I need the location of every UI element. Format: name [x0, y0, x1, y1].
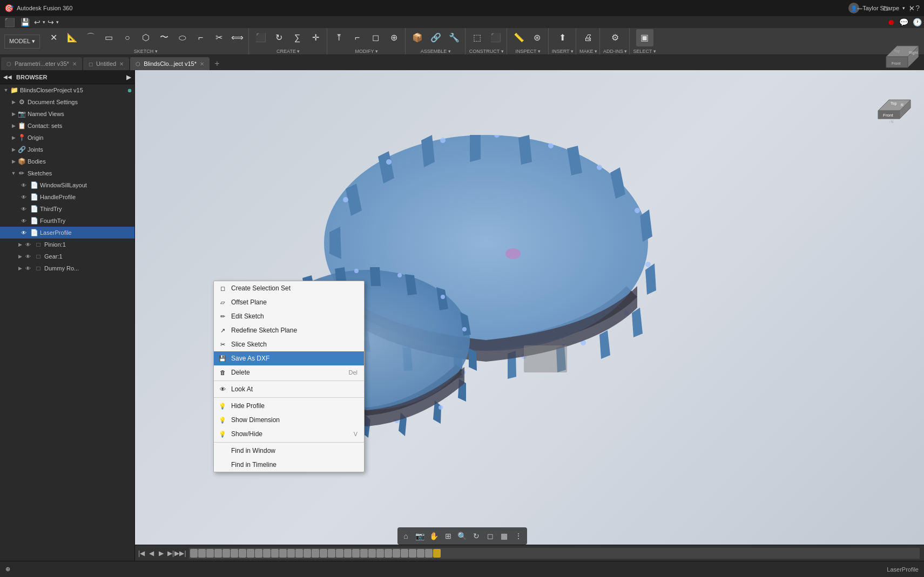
redo-dropdown[interactable]: ▾	[56, 19, 59, 25]
timeline-block-7[interactable]	[239, 549, 246, 558]
zoom-tool[interactable]: 🔍	[456, 530, 469, 542]
timeline-block-23[interactable]	[368, 549, 376, 558]
ctx-find-in-timeline[interactable]: Find in Timeline	[214, 458, 364, 472]
timeline-block-6[interactable]	[231, 549, 238, 558]
timeline-play-btn[interactable]: ▶	[157, 549, 165, 558]
undo-button[interactable]: ↩	[33, 18, 42, 26]
ellipse-tool[interactable]: ⬭	[174, 29, 191, 46]
select-tool[interactable]: ▣	[636, 29, 653, 46]
home-view-button[interactable]: ⌂	[400, 530, 413, 542]
timeline-block-5[interactable]	[222, 549, 230, 558]
timeline-block-13[interactable]	[287, 549, 295, 558]
timeline-block-3[interactable]	[206, 549, 214, 558]
timeline-block-12[interactable]	[279, 549, 287, 558]
maximize-button[interactable]: □	[873, 0, 898, 16]
fillet-tool[interactable]: ⌐	[192, 29, 210, 46]
tree-root[interactable]: ▼ 📁 BlindsCloserProject v15 ⏺	[0, 84, 134, 96]
offset-plane-tool[interactable]: ⬚	[469, 29, 486, 46]
orbit-tool[interactable]: ↻	[470, 530, 483, 542]
press-pull-tool[interactable]: ⤒	[331, 29, 348, 46]
arc-tool[interactable]: ⌒	[82, 29, 99, 46]
undo-dropdown[interactable]: ▾	[43, 19, 45, 25]
trim-tool[interactable]: ✂	[211, 29, 228, 46]
as-built-tool[interactable]: 🔧	[446, 29, 463, 46]
ctx-edit-sketch[interactable]: ✏ Edit Sketch	[214, 309, 364, 323]
timeline-block-14[interactable]	[295, 549, 303, 558]
app-menu-icon[interactable]: ⬛	[2, 17, 17, 28]
timeline-block-20[interactable]	[344, 549, 352, 558]
rectangle-tool[interactable]: ▭	[100, 29, 118, 46]
ctx-delete[interactable]: 🗑 Delete Del	[214, 365, 364, 379]
tree-item-bodies[interactable]: ▶ 📦 Bodies	[0, 155, 134, 167]
tab-close-parametri[interactable]: ✕	[72, 61, 77, 67]
tree-item-windowsill[interactable]: 👁 📄 WindowSillLayout	[0, 179, 134, 191]
view-options-button[interactable]: ⋮	[512, 530, 525, 542]
minimize-button[interactable]: ─	[847, 0, 872, 16]
timeline-block-11[interactable]	[271, 549, 279, 558]
midplane-tool[interactable]: ⬛	[487, 29, 504, 46]
timeline-block-29[interactable]	[417, 549, 424, 558]
ctx-save-as-dxf[interactable]: 💾 Save As DXF	[214, 351, 364, 365]
zoom-fit-button[interactable]: ⊞	[442, 530, 455, 542]
tree-item-fourthtry[interactable]: 👁 📄 FourthTry	[0, 215, 134, 227]
timeline-block-16[interactable]	[312, 549, 319, 558]
close-button[interactable]: ✕	[899, 0, 924, 16]
timeline-prev-btn[interactable]: ◀	[147, 549, 156, 558]
ctx-create-selection-set[interactable]: ◻ Create Selection Set	[214, 281, 364, 295]
save-camera-button[interactable]: 📷	[414, 530, 427, 542]
tree-item-joints[interactable]: ▶ 🔗 Joints	[0, 144, 134, 155]
save-icon[interactable]: 💾	[18, 18, 32, 26]
ctx-slice-sketch[interactable]: ✂ Slice Sketch	[214, 337, 364, 351]
combine-tool[interactable]: ⊕	[386, 29, 403, 46]
tab-blindscloser[interactable]: ⬡ BlindsClo...ject v15* ✕	[130, 57, 210, 70]
ctx-offset-plane[interactable]: ▱ Offset Plane	[214, 295, 364, 309]
timeline-block-26[interactable]	[393, 549, 400, 558]
tree-item-contactsets[interactable]: ▶ 📋 Contact: sets	[0, 120, 134, 132]
tree-item-gear[interactable]: ▶ 👁 □ Gear:1	[0, 250, 134, 262]
timeline-block-27[interactable]	[401, 549, 408, 558]
record-icon[interactable]: ⏺	[887, 18, 895, 26]
view-cube-container[interactable]: Front Right Top	[875, 30, 919, 73]
insert-tool[interactable]: ⬆	[554, 29, 571, 46]
timeline-block-22[interactable]	[360, 549, 368, 558]
timeline-start-btn[interactable]: |◀	[137, 549, 146, 558]
tree-item-handleprofile[interactable]: 👁 📄 HandleProfile	[0, 191, 134, 203]
shell-tool[interactable]: ◻	[367, 29, 385, 46]
timeline-track[interactable]	[189, 548, 920, 559]
redo-button[interactable]: ↪	[46, 18, 55, 26]
mirror-tool[interactable]: ⟺	[229, 29, 246, 46]
timeline-bar[interactable]: |◀ ◀ ▶ ▶| ▶▶|	[135, 545, 924, 561]
timeline-end-btn[interactable]: ▶▶|	[176, 549, 185, 558]
polygon-tool[interactable]: ⬡	[137, 29, 154, 46]
ctx-find-in-window[interactable]: Find in Window	[214, 444, 364, 458]
timeline-block-25[interactable]	[385, 549, 392, 558]
chat-icon[interactable]: 💬	[899, 18, 908, 26]
tree-item-sketches[interactable]: ▼ ✏ Sketches	[0, 167, 134, 179]
timeline-block-1[interactable]	[190, 549, 198, 558]
joint-tool[interactable]: 🔗	[427, 29, 444, 46]
timeline-next-btn[interactable]: ▶|	[166, 549, 175, 558]
timeline-block-28[interactable]	[409, 549, 416, 558]
interference-tool[interactable]: ⊛	[529, 29, 546, 46]
measure-tool[interactable]: 📏	[510, 29, 528, 46]
browser-expand-icon[interactable]: ▶	[126, 73, 131, 81]
view-cube[interactable]: Front Right Top	[875, 30, 919, 73]
clock-icon[interactable]: 🕐	[913, 18, 922, 26]
revolve-tool[interactable]: ↻	[271, 29, 288, 46]
ctx-show-hide[interactable]: 💡 Show/Hide V	[214, 427, 364, 441]
timeline-block-2[interactable]	[198, 549, 206, 558]
extrude-tool[interactable]: ⬛	[252, 29, 269, 46]
view-cube-widget[interactable]: Front R Top ↑N	[870, 81, 913, 124]
browser-collapse-icon[interactable]: ◀◀	[3, 74, 12, 80]
timeline-block-10[interactable]	[263, 549, 271, 558]
spline-tool[interactable]: 〜	[156, 29, 173, 46]
sketch-stop-button[interactable]: ✕	[45, 29, 63, 46]
timeline-block-19[interactable]	[336, 549, 343, 558]
tab-close-untitled[interactable]: ✕	[119, 61, 124, 67]
canvas-area[interactable]: Front R Top ↑N ◻ Create Selection Set ▱ …	[135, 70, 924, 561]
model-mode-toggle[interactable]: MODEL ▾	[4, 35, 40, 49]
sum-tool[interactable]: ∑	[289, 29, 306, 46]
timeline-block-9[interactable]	[255, 549, 262, 558]
timeline-block-18[interactable]	[328, 549, 335, 558]
timeline-block-30[interactable]	[425, 549, 433, 558]
